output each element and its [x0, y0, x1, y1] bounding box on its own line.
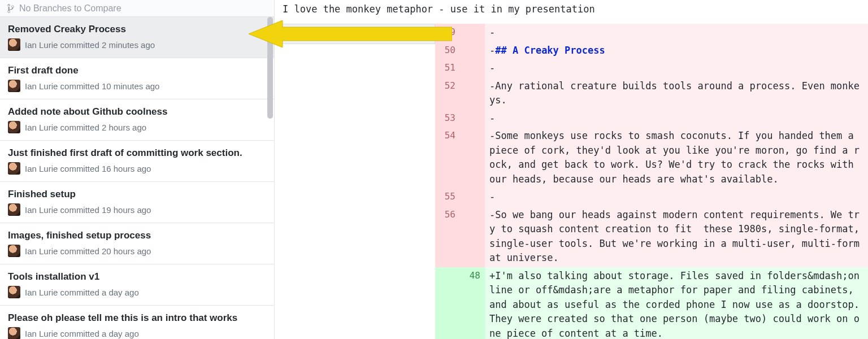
line-number-new: 48 — [460, 267, 485, 340]
commit-author-line: Ian Lurie committed 16 hours ago — [25, 164, 151, 173]
diff-code: - — [485, 24, 868, 42]
line-number-old: 51 — [435, 59, 460, 77]
line-number-new — [460, 42, 485, 60]
line-number-old — [435, 267, 460, 340]
diff-code: -Some monkeys use rocks to smash coconut… — [485, 127, 868, 188]
commit-title: Please oh please tell me this is an intr… — [8, 312, 266, 324]
line-number-new — [460, 127, 485, 188]
line-number-old: 53 — [435, 110, 460, 128]
diff-code: +I'm also talking about storage. Files s… — [485, 267, 868, 340]
diff-code: -So we bang our heads against modern con… — [485, 206, 868, 267]
commit-title: Finished setup — [8, 189, 266, 200]
line-number-new — [460, 188, 485, 206]
diff-pane: I love the monkey metaphor - use it in m… — [275, 0, 868, 339]
diff-line: 52-Any rational creature builds tools ar… — [435, 77, 868, 110]
branches-label: No Branches to Compare — [19, 3, 121, 14]
diff-code: - — [485, 110, 868, 128]
avatar — [8, 286, 20, 298]
diff-line: 55- — [435, 188, 868, 206]
diff-line: 53- — [435, 110, 868, 128]
line-number-old: 55 — [435, 188, 460, 206]
commit-item[interactable]: Tools installation v1Ian Lurie committed… — [0, 264, 274, 306]
line-number-old: 52 — [435, 77, 460, 110]
line-number-new — [460, 24, 485, 42]
commit-list[interactable]: Removed Creaky ProcessIan Lurie committe… — [0, 17, 274, 339]
commit-item[interactable]: Added note about Github coolnessIan Luri… — [0, 99, 274, 141]
changed-file-tab[interactable]: post.md — [275, 24, 435, 44]
commit-item[interactable]: Images, finished setup processIan Lurie … — [0, 223, 274, 264]
commit-item[interactable]: Please oh please tell me this is an intr… — [0, 306, 274, 339]
diff-line: 50-## A Creaky Process — [435, 42, 868, 60]
commit-item[interactable]: First draft doneIan Lurie committed 10 m… — [0, 58, 274, 99]
commit-title: Just finished first draft of committing … — [8, 147, 266, 159]
commits-sidebar: No Branches to Compare Removed Creaky Pr… — [0, 0, 275, 339]
commit-author-line: Ian Lurie committed a day ago — [25, 288, 139, 297]
diff-line: 48+I'm also talking about storage. Files… — [435, 267, 868, 340]
line-number-new — [460, 206, 485, 267]
avatar — [8, 327, 20, 339]
commit-author-line: Ian Lurie committed a day ago — [25, 329, 139, 338]
avatar — [8, 80, 20, 92]
avatar — [8, 121, 20, 133]
file-name: post.md — [281, 29, 313, 39]
commit-title: First draft done — [8, 65, 266, 76]
avatar — [8, 245, 20, 257]
commit-item[interactable]: Just finished first draft of committing … — [0, 141, 274, 182]
commit-title: Tools installation v1 — [8, 271, 266, 282]
diff-table: 49-50-## A Creaky Process51-52-Any ratio… — [435, 24, 868, 339]
line-number-new — [460, 77, 485, 110]
commit-author-line: Ian Lurie committed 10 minutes ago — [25, 81, 159, 91]
diff-line: 51- — [435, 59, 868, 77]
line-number-old: 49 — [435, 24, 460, 42]
commit-author-line: Ian Lurie committed 19 hours ago — [25, 205, 151, 215]
commit-title: Added note about Github coolness — [8, 106, 266, 118]
avatar — [8, 162, 20, 175]
commit-item[interactable]: Removed Creaky ProcessIan Lurie committe… — [0, 17, 274, 58]
diff-line: 49- — [435, 24, 868, 42]
line-number-new — [460, 110, 485, 128]
line-number-old: 56 — [435, 206, 460, 267]
commit-summary: I love the monkey metaphor - use it in m… — [275, 0, 868, 24]
line-number-new — [460, 59, 485, 77]
modified-icon — [420, 29, 430, 39]
commit-item[interactable]: Finished setupIan Lurie committed 19 hou… — [0, 182, 274, 223]
commit-title: Images, finished setup process — [8, 230, 266, 241]
line-number-old: 54 — [435, 127, 460, 188]
diff-line: 54-Some monkeys use rocks to smash cocon… — [435, 127, 868, 188]
avatar — [8, 38, 20, 51]
commit-author-line: Ian Lurie committed 2 hours ago — [25, 123, 146, 132]
line-number-old: 50 — [435, 42, 460, 60]
branches-bar[interactable]: No Branches to Compare — [0, 0, 274, 17]
diff-code: -## A Creaky Process — [485, 42, 868, 60]
branch-icon — [7, 3, 15, 14]
diff-line: 56-So we bang our heads against modern c… — [435, 206, 868, 267]
diff-code: -Any rational creature builds tools arou… — [485, 77, 868, 110]
avatar — [8, 203, 20, 216]
diff-code: - — [485, 59, 868, 77]
commit-author-line: Ian Lurie committed 20 hours ago — [25, 246, 151, 256]
commit-author-line: Ian Lurie committed 2 minutes ago — [25, 40, 155, 50]
diff-code: - — [485, 188, 868, 206]
commit-title: Removed Creaky Process — [8, 24, 266, 35]
